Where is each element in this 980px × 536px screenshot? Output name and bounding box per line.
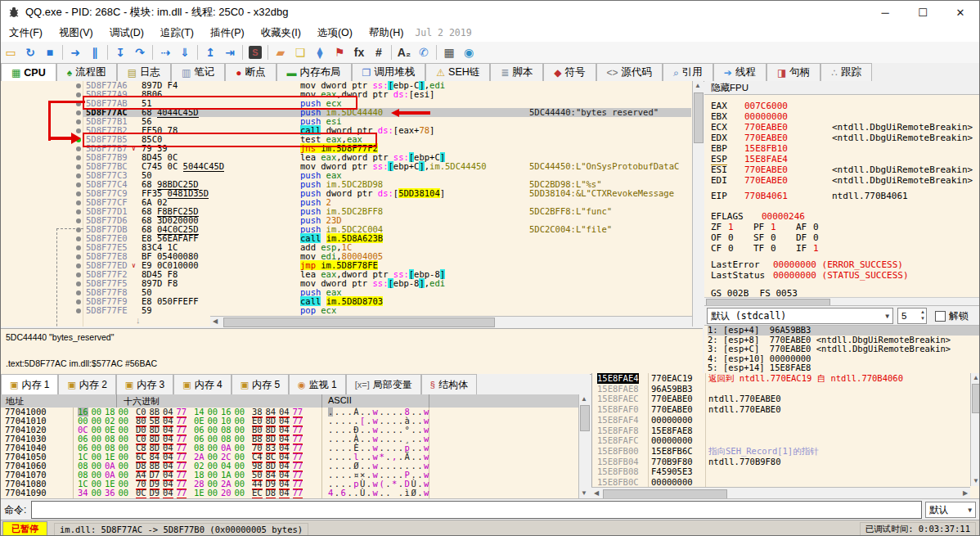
labels-icon[interactable]: ⧫	[310, 43, 330, 61]
argument-row[interactable]: 1: [esp+4] 96A59BB3	[708, 326, 980, 336]
registers-pane[interactable]: 隐藏FPU EAX007C6000EBX00000000ECX770EABE0<…	[704, 81, 980, 327]
row-dot[interactable]	[76, 182, 81, 187]
execute-return-icon[interactable]: ↥	[200, 43, 220, 61]
patch-icon[interactable]: ▰	[271, 43, 290, 61]
command-history-select[interactable]: 默认 ▼	[925, 502, 976, 518]
open-folder-icon[interactable]: ▭	[1, 43, 20, 61]
tab-内存布局[interactable]: ▬内存布局	[276, 63, 352, 81]
dump-row[interactable]: 7704109034400.36600.0C.D9Ù04.77w1E.00.20…	[1, 489, 590, 498]
disasm-vscrollbar[interactable]: ▲	[692, 81, 704, 327]
stack-row[interactable]: 15E8FAF0770EABE0ntdll.770EABE0	[592, 404, 980, 415]
comments-icon[interactable]: ❏	[290, 43, 310, 61]
calculator-icon[interactable]: ▦	[439, 43, 459, 61]
stack-row[interactable]: 15E8FAF815E8FAE8	[592, 426, 980, 436]
disasm-hscrollbar[interactable]: ◀	[210, 316, 693, 327]
row-dot[interactable]	[76, 155, 81, 160]
dump-col-hex[interactable]: 十六进制	[124, 395, 160, 408]
stop-icon[interactable]: ■	[40, 43, 60, 61]
step-into-icon[interactable]: ↧	[110, 43, 130, 61]
arguments-pane[interactable]: 1: [esp+4] 96A59BB32: [esp+8] 770EABE0 <…	[704, 325, 980, 374]
maximize-button[interactable]: ☐	[904, 1, 942, 24]
tab-日志[interactable]: ▤日志	[117, 63, 171, 81]
tab-内存5[interactable]: ▣内存 5	[232, 374, 289, 394]
row-dot[interactable]	[76, 209, 81, 214]
tab-引用[interactable]: ⌕引用	[663, 63, 713, 81]
tab-句柄[interactable]: ◨句柄	[766, 63, 820, 81]
strings-icon[interactable]: A₂	[394, 43, 414, 61]
dump-col-ascii[interactable]: ASCII	[328, 395, 352, 405]
tab-内存4[interactable]: ▣内存 4	[173, 374, 231, 394]
stack-row[interactable]: 15E8FAEC770EABE0ntdll.770EABE0	[592, 394, 980, 404]
disassembly-pane[interactable]: 5D8F77A6897D F4mov dword ptr ss:[ebp-C],…	[1, 81, 704, 327]
row-dot[interactable]	[76, 164, 81, 169]
restart-icon[interactable]: ↻	[20, 43, 40, 61]
attach-icon[interactable]: ✆	[414, 43, 434, 61]
stack-pane[interactable]: 15E8FAE4770EAC19返回到 ntdll.770EAC19 自 ntd…	[591, 373, 980, 498]
minimize-button[interactable]: ─	[866, 1, 904, 24]
stack-row[interactable]: 15E8FB0015E8FB6C指向SEH_Record[1]的指针	[592, 446, 980, 457]
row-dot[interactable]	[76, 200, 81, 205]
close-button[interactable]: ✕	[942, 1, 979, 24]
tab-源代码[interactable]: <>源代码	[596, 63, 663, 81]
bookmarks-icon[interactable]: ⚑	[330, 43, 349, 61]
run-user-code-icon[interactable]: ⇥	[220, 43, 240, 61]
row-dot[interactable]	[76, 146, 81, 151]
row-dot[interactable]	[76, 218, 81, 223]
menu-item-T[interactable]: 追踪(T)	[152, 25, 202, 42]
menu-item-V[interactable]: 视图(V)	[51, 25, 101, 42]
hide-fpu-button[interactable]: 隐藏FPU	[704, 81, 980, 95]
stack-hscrollbar[interactable]: ◀ ▶	[591, 487, 970, 499]
tab-流程图[interactable]: ♠流程图	[56, 63, 117, 81]
menu-item-P[interactable]: 插件(P)	[202, 25, 253, 42]
hash-icon[interactable]: #	[369, 43, 389, 61]
function-icon[interactable]: fx	[349, 43, 369, 61]
calling-convention-select[interactable]: 默认 (stdcall) ▼	[707, 308, 893, 324]
tab-局部变量[interactable]: [x=]局部变量	[346, 374, 421, 394]
dump-vscrollbar[interactable]: ▲ ▼	[578, 394, 590, 498]
tab-跟踪[interactable]: ∴跟踪	[820, 63, 872, 81]
s-badge-icon[interactable]: S	[245, 43, 265, 61]
arg-count-stepper[interactable]: 5 ▲▼	[897, 308, 927, 324]
stack-row[interactable]: 15E8FB0C00000000	[592, 477, 980, 488]
menu-item-H[interactable]: 帮助(H)	[361, 25, 411, 42]
disasm-row[interactable]: 5D8F77FE59pop ecx	[1, 306, 703, 315]
menu-item-O[interactable]: 选项(O)	[309, 25, 361, 42]
stack-row[interactable]: 15E8FAF400000000	[592, 415, 980, 426]
unlock-checkbox[interactable]	[935, 311, 946, 322]
tab-脚本[interactable]: ≣脚本	[490, 63, 543, 81]
run-icon[interactable]: ➜	[65, 43, 85, 61]
tab-内存2[interactable]: ▣内存 2	[58, 374, 115, 394]
pause-icon[interactable]: ∥	[85, 43, 105, 61]
tab-内存3[interactable]: ▣内存 3	[116, 374, 173, 394]
memory-dump-pane[interactable]: 7704100016.00.18.00.C0À8B.04.77w14.00.16…	[1, 408, 590, 499]
tab-结构体[interactable]: §结构体	[421, 374, 477, 394]
tab-线程[interactable]: ➔线程	[713, 63, 766, 81]
stepper-arrows-icon[interactable]: ▲▼	[920, 309, 925, 322]
stack-vscrollbar[interactable]: ▲ ▼	[970, 373, 980, 486]
tab-CPU[interactable]: ▦CPU	[1, 63, 56, 81]
stack-row[interactable]: 15E8FAFC00000000	[592, 435, 980, 446]
row-dot[interactable]	[76, 191, 81, 196]
internet-icon[interactable]: ◉	[459, 43, 479, 61]
tab-SEH链[interactable]: ⚠SEH链	[425, 63, 490, 81]
argument-row[interactable]: 3: [esp+C] 770EABE0 <ntdll.DbgUiRemoteBr…	[708, 345, 980, 354]
row-dot[interactable]	[76, 92, 81, 97]
menu-item-I[interactable]: 收藏夹(I)	[253, 25, 309, 42]
tab-内存1[interactable]: ▣内存 1	[1, 374, 58, 394]
tab-笔记[interactable]: ▥笔记	[171, 63, 225, 81]
row-dot[interactable]	[76, 83, 81, 88]
step-over-icon[interactable]: ↷	[130, 43, 150, 61]
stack-row[interactable]: 15E8FB04770B9F80ntdll.770B9F80	[592, 457, 980, 467]
tab-断点[interactable]: ●断点	[225, 63, 276, 81]
argument-row[interactable]: 5: [esp+14] 15E8FAE8	[708, 363, 980, 373]
tab-符号[interactable]: ◆符号	[543, 63, 596, 81]
command-input[interactable]	[31, 501, 922, 519]
menu-item-D[interactable]: 调试(D)	[101, 25, 152, 42]
tab-监视1[interactable]: ◉监视 1	[289, 374, 346, 394]
run-until-icon[interactable]: ⇢	[155, 43, 175, 61]
dump-col-address[interactable]: 地址	[6, 395, 24, 408]
tab-调用堆栈[interactable]: ❐调用堆栈	[352, 63, 426, 81]
stack-row[interactable]: 15E8FAE896A59BB3	[592, 384, 980, 394]
row-dot[interactable]	[76, 173, 81, 178]
menu-item-F[interactable]: 文件(F)	[1, 25, 51, 42]
